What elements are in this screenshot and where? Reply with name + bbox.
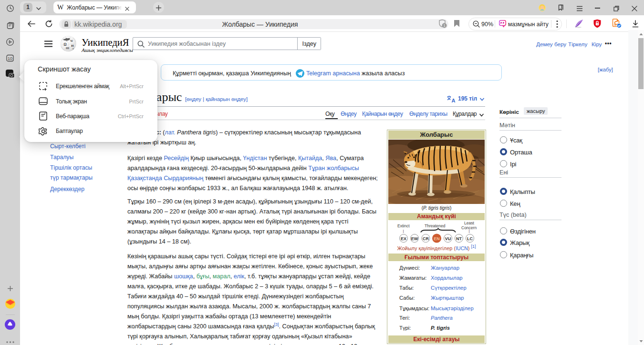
svg-text:EW: EW [411,236,418,241]
svg-text:РБ: РБ [614,24,616,26]
svg-text:Ш: Ш [66,46,70,50]
svg-text:1: 1 [443,23,445,28]
svg-text:|: | [469,229,470,233]
svg-text:NT: NT [456,236,462,241]
svg-text:|: | [403,229,404,233]
svg-text:10: 10 [8,56,12,61]
svg-text:Least: Least [464,221,474,225]
svg-text:Threatened: Threatened [425,223,446,228]
svg-text:И: И [71,44,74,48]
svg-text:Extinct: Extinct [397,223,410,228]
svg-text:VU: VU [445,236,451,241]
svg-text:CR: CR [423,236,429,241]
svg-text:A: A [452,98,456,103]
svg-text:EX: EX [401,236,406,241]
svg-text:EN: EN [434,236,440,241]
svg-text:LC: LC [467,236,473,241]
svg-text:W: W [71,40,73,42]
